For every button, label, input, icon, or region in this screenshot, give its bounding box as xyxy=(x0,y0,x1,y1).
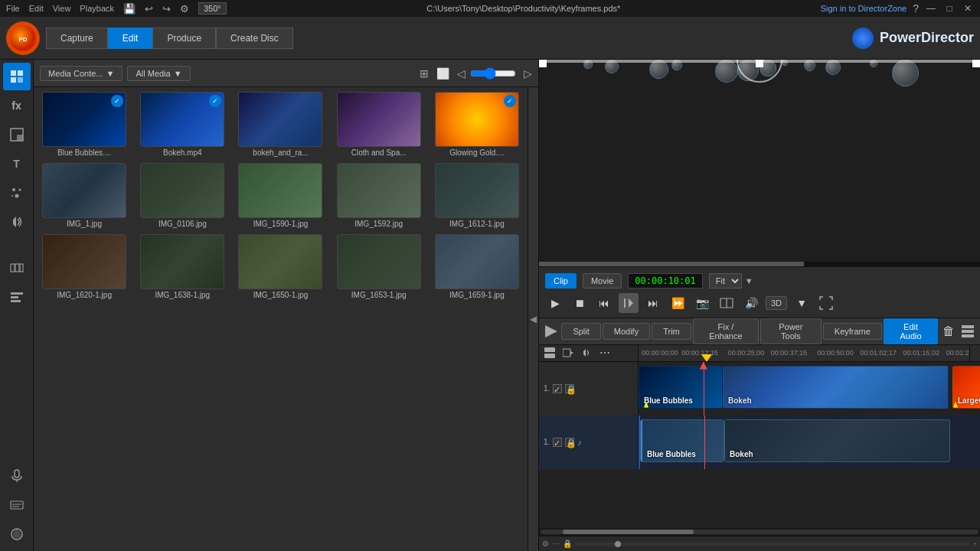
compare-button[interactable] xyxy=(717,293,737,313)
fast-forward-button[interactable]: ⏭ xyxy=(643,293,663,313)
minimize-button[interactable]: — xyxy=(925,2,937,15)
audio-track-visible-checkbox[interactable]: ✓ xyxy=(553,438,562,447)
timeline-settings-icon[interactable] xyxy=(959,321,977,342)
media-item-5[interactable]: IMG_1.jpg xyxy=(37,161,132,230)
timeline-video-icon[interactable] xyxy=(560,345,576,360)
split-button[interactable]: Split xyxy=(561,323,600,340)
zoom-out-icon[interactable]: ⚙ xyxy=(542,540,549,548)
media-item-11[interactable]: IMG_1638-1.jpg xyxy=(135,233,230,301)
grid-view-icon[interactable]: ⊞ xyxy=(420,67,429,80)
fast-reverse-button[interactable]: ⏩ xyxy=(668,293,688,313)
media-item-9[interactable]: IMG_1612-1.jpg xyxy=(430,161,524,230)
menu-file[interactable]: File xyxy=(6,4,20,13)
filmstrip-icon[interactable]: ⬜ xyxy=(436,67,449,80)
sign-in-link[interactable]: Sign in to DirectorZone xyxy=(821,4,907,13)
scrollbar-thumb[interactable] xyxy=(563,530,694,534)
tool-audio[interactable] xyxy=(3,208,31,236)
timeline-add-icon[interactable] xyxy=(542,321,560,342)
delete-button[interactable]: 🗑 xyxy=(939,321,957,342)
audio-track-content[interactable]: Blue Bubbles Bokeh xyxy=(639,416,980,469)
3d-settings-button[interactable]: ▼ xyxy=(792,293,812,313)
media-item-8[interactable]: IMG_1592.jpg xyxy=(332,161,426,230)
media-item-0[interactable]: ✓ Blue Bubbles.... xyxy=(37,90,132,158)
toolbar-undo-icon[interactable]: ↩ xyxy=(145,3,153,15)
fit-select[interactable]: Fit xyxy=(709,273,742,289)
expand-icon[interactable]: ▷ xyxy=(524,67,532,80)
panel-collapse-button[interactable]: ◀ xyxy=(528,87,538,551)
thumbnail-size-icon[interactable]: ◁ xyxy=(457,67,466,80)
tool-media[interactable] xyxy=(3,63,31,90)
timeline-mode-icon[interactable] xyxy=(542,345,557,360)
tool-timeline-view[interactable] xyxy=(3,283,31,311)
menu-playback[interactable]: Playback xyxy=(80,4,114,13)
zoom-slider[interactable] xyxy=(575,543,970,546)
close-button[interactable]: ✕ xyxy=(962,2,974,15)
media-type-dropdown[interactable]: All Media ▼ xyxy=(127,66,190,81)
media-item-10[interactable]: IMG_1620-1.jpg xyxy=(37,233,132,301)
zoom-icon2[interactable]: ⋯ xyxy=(552,540,560,548)
fix-enhance-button[interactable]: Fix / Enhance xyxy=(693,318,759,344)
tool-color[interactable] xyxy=(3,520,31,548)
clip-orange-flare[interactable]: LargeOrangeFlareParticles xyxy=(952,366,980,409)
stop-button[interactable]: ⏹ xyxy=(570,293,590,313)
timeline-scrollbar[interactable] xyxy=(539,528,980,536)
clip-mode-button[interactable]: Clip xyxy=(545,273,577,289)
zoom-slider-thumb[interactable] xyxy=(615,541,621,547)
toolbar-settings-icon[interactable]: ⚙ xyxy=(180,3,189,15)
media-content-dropdown[interactable]: Media Conte... ▼ xyxy=(40,66,122,81)
fullscreen-button[interactable] xyxy=(816,293,836,313)
trim-button[interactable]: Trim xyxy=(652,323,691,340)
tool-microphone[interactable] xyxy=(3,462,31,490)
corner-handle-ml[interactable] xyxy=(539,60,547,64)
zoom-icon3[interactable]: 🔒 xyxy=(563,540,572,548)
modify-button[interactable]: Modify xyxy=(603,323,650,340)
timeline-subtitle-icon[interactable]: ⋯ xyxy=(597,345,612,360)
corner-handle-tm[interactable] xyxy=(756,60,763,67)
preview-scrubber[interactable] xyxy=(539,262,980,266)
playhead[interactable] xyxy=(704,362,704,416)
tool-storyboard[interactable] xyxy=(3,254,31,282)
movie-mode-button[interactable]: Movie xyxy=(583,273,622,289)
tool-fx[interactable]: fx xyxy=(3,92,31,119)
media-item-1[interactable]: ✓ Bokeh.mp4 xyxy=(135,90,230,158)
media-item-7[interactable]: IMG_1590-1.jpg xyxy=(233,161,328,230)
media-item-2[interactable]: bokeh_and_ra... xyxy=(233,90,328,158)
help-button[interactable]: ? xyxy=(913,2,919,15)
media-item-3[interactable]: Cloth and Spa... xyxy=(332,90,426,158)
video-track-content[interactable]: Blue Bubbles Bokeh Large xyxy=(639,362,980,416)
corner-handle-mr[interactable] xyxy=(972,60,980,64)
menu-view[interactable]: View xyxy=(53,4,71,13)
tool-subtitle[interactable] xyxy=(3,491,31,519)
create-disc-button[interactable]: Create Disc xyxy=(216,28,293,49)
media-item-6[interactable]: IMG_0106.jpg xyxy=(135,161,230,230)
playhead-marker[interactable] xyxy=(701,345,712,362)
audio-clip-blue-bubbles[interactable]: Blue Bubbles xyxy=(640,419,724,462)
capture-button[interactable]: Capture xyxy=(46,28,108,49)
edit-audio-button[interactable]: Edit Audio xyxy=(884,318,938,344)
timeline-audio-icon[interactable] xyxy=(579,345,594,360)
tool-pip[interactable] xyxy=(3,121,31,148)
menu-edit[interactable]: Edit xyxy=(29,4,44,13)
restore-button[interactable]: □ xyxy=(943,2,956,15)
prev-frame-button[interactable]: ⏮ xyxy=(594,293,614,313)
volume-button[interactable]: 🔊 xyxy=(741,293,761,313)
3d-mode-button[interactable]: 3D xyxy=(766,296,787,310)
toolbar-redo-icon[interactable]: ↪ xyxy=(162,3,171,15)
audio-clip-bokeh[interactable]: Bokeh xyxy=(724,419,950,462)
tool-particles[interactable] xyxy=(3,179,31,207)
media-item-13[interactable]: IMG_1653-1.jpg xyxy=(332,233,426,301)
scroll-right-button[interactable] xyxy=(969,345,980,362)
thumbnail-size-slider[interactable] xyxy=(470,67,516,80)
play-button[interactable]: ▶ xyxy=(545,293,565,313)
toolbar-save-icon[interactable]: 💾 xyxy=(123,3,136,15)
track-visible-checkbox[interactable]: ✓ xyxy=(553,384,562,393)
media-item-4[interactable]: ✓ Glowing Gold.... xyxy=(430,90,524,158)
track-lock-checkbox[interactable]: 🔒 xyxy=(565,384,574,393)
keyframe-button[interactable]: Keyframe xyxy=(823,323,882,340)
clip-bokeh[interactable]: Bokeh xyxy=(723,366,949,409)
media-item-14[interactable]: IMG_1659-1.jpg xyxy=(430,233,524,301)
audio-track-lock-checkbox[interactable]: 🔒 xyxy=(565,438,574,447)
tool-title[interactable]: T xyxy=(3,150,31,178)
zoom-plus-icon[interactable]: + xyxy=(973,540,977,548)
clip-blue-bubbles[interactable]: Blue Bubbles xyxy=(639,366,723,409)
